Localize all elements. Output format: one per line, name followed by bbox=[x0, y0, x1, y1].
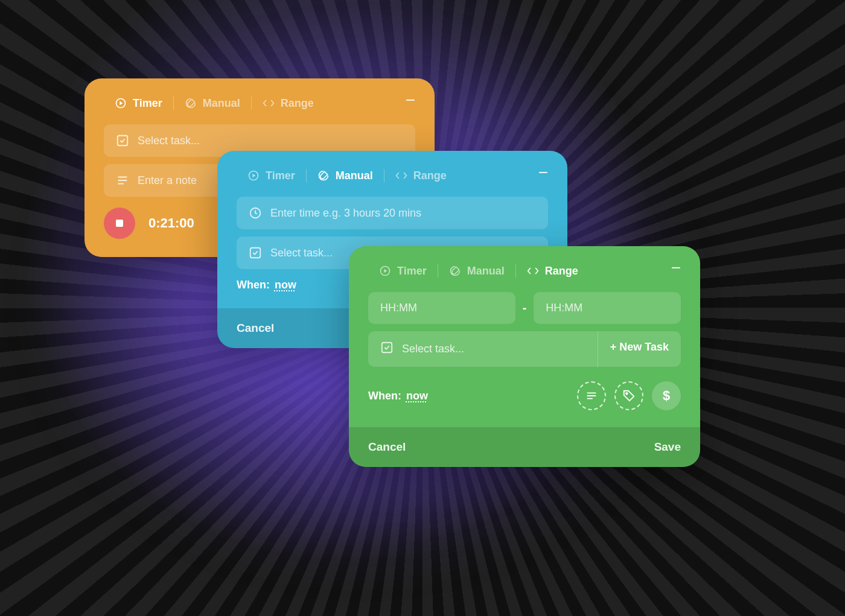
task-check-icon bbox=[249, 246, 262, 259]
svg-rect-1 bbox=[118, 136, 128, 146]
when-label: When: bbox=[368, 390, 401, 402]
task-check-icon bbox=[116, 134, 129, 147]
dollar-icon: $ bbox=[663, 388, 670, 404]
tab-timer[interactable]: Timer bbox=[237, 170, 306, 182]
timer-display: 0:21:00 bbox=[148, 215, 194, 231]
range-dash: - bbox=[523, 301, 527, 315]
range-icon bbox=[395, 170, 407, 182]
tab-range-label: Range bbox=[545, 265, 578, 278]
play-circle-icon bbox=[115, 97, 127, 109]
tag-button[interactable] bbox=[614, 381, 643, 410]
tag-icon bbox=[622, 389, 636, 402]
tabs-header: Timer Manual Range − bbox=[104, 97, 415, 110]
tab-manual[interactable]: Manual bbox=[307, 170, 384, 182]
task-row: Select task... + New Task bbox=[368, 331, 681, 367]
tab-timer-label: Timer bbox=[133, 97, 162, 110]
play-circle-icon bbox=[379, 265, 391, 277]
edit-icon bbox=[317, 170, 330, 182]
tab-timer-label: Timer bbox=[397, 265, 427, 278]
stop-button[interactable] bbox=[104, 208, 135, 239]
save-button[interactable]: Save bbox=[654, 440, 681, 454]
when-value[interactable]: now bbox=[275, 279, 296, 291]
tab-manual[interactable]: Manual bbox=[174, 97, 251, 110]
tab-range-label: Range bbox=[281, 97, 314, 110]
tab-range-label: Range bbox=[413, 170, 447, 182]
task-check-icon bbox=[380, 341, 394, 357]
minimize-button[interactable]: − bbox=[538, 163, 548, 182]
range-end-input[interactable] bbox=[546, 302, 669, 314]
when-label: When: bbox=[237, 279, 270, 291]
range-start-field[interactable] bbox=[368, 292, 515, 324]
range-icon bbox=[527, 265, 539, 277]
tab-range[interactable]: Range bbox=[384, 170, 458, 182]
note-lines-icon bbox=[116, 174, 129, 187]
tab-range[interactable]: Range bbox=[516, 265, 589, 278]
range-inputs: - bbox=[368, 292, 681, 324]
cancel-button[interactable]: Cancel bbox=[237, 322, 274, 335]
card-footer: Cancel Save bbox=[349, 427, 700, 467]
minimize-button[interactable]: − bbox=[406, 90, 415, 110]
select-task-input[interactable] bbox=[138, 135, 403, 147]
tab-range[interactable]: Range bbox=[252, 97, 325, 110]
tab-timer[interactable]: Timer bbox=[104, 97, 173, 110]
stop-icon bbox=[116, 220, 123, 227]
action-buttons: $ bbox=[577, 381, 681, 410]
when-value[interactable]: now bbox=[406, 390, 428, 402]
clock-icon bbox=[249, 206, 262, 220]
minimize-button[interactable]: − bbox=[671, 258, 681, 278]
svg-point-7 bbox=[626, 393, 628, 395]
svg-rect-4 bbox=[250, 248, 261, 258]
svg-rect-6 bbox=[382, 343, 392, 353]
note-lines-icon bbox=[585, 389, 598, 402]
cancel-button[interactable]: Cancel bbox=[368, 440, 406, 454]
edit-icon bbox=[185, 97, 197, 109]
billable-button[interactable]: $ bbox=[652, 381, 681, 410]
when-row: When: now bbox=[368, 390, 428, 402]
range-icon bbox=[263, 97, 275, 109]
new-task-button[interactable]: + New Task bbox=[598, 331, 681, 367]
note-button[interactable] bbox=[577, 381, 606, 410]
select-task-field[interactable]: Select task... bbox=[368, 331, 598, 367]
tab-timer[interactable]: Timer bbox=[368, 265, 438, 278]
play-circle-icon bbox=[247, 170, 260, 182]
tab-manual[interactable]: Manual bbox=[438, 265, 515, 278]
tab-manual-label: Manual bbox=[467, 265, 505, 278]
tabs-header: Timer Manual Range − bbox=[368, 264, 681, 278]
tab-timer-label: Timer bbox=[266, 170, 295, 182]
range-end-field[interactable] bbox=[534, 292, 681, 324]
time-input[interactable] bbox=[270, 207, 536, 220]
range-card: Timer Manual Range − - bbox=[349, 246, 700, 467]
tab-manual-label: Manual bbox=[203, 97, 240, 110]
edit-icon bbox=[449, 265, 461, 277]
range-start-input[interactable] bbox=[380, 302, 503, 314]
tabs-header: Timer Manual Range − bbox=[237, 169, 548, 182]
when-actions-row: When: now $ bbox=[368, 381, 681, 410]
tab-manual-label: Manual bbox=[336, 170, 373, 182]
select-task-placeholder: Select task... bbox=[402, 343, 464, 355]
time-field[interactable] bbox=[237, 197, 548, 229]
